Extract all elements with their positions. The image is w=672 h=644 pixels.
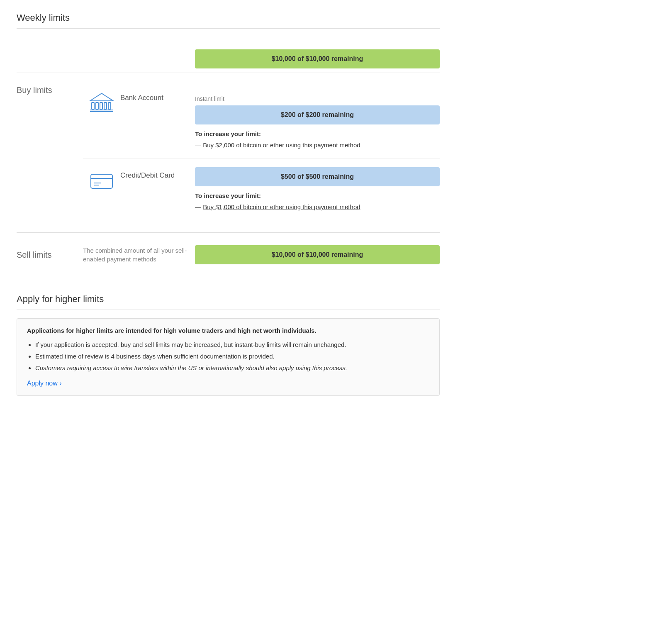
svg-rect-2	[100, 102, 102, 109]
svg-rect-1	[96, 102, 98, 109]
apply-section: Apply for higher limits Applications for…	[17, 294, 440, 396]
weekly-bar-row: $10,000 of $10,000 remaining	[17, 41, 440, 73]
sell-limits-description: The combined amount of all your sell-ena…	[83, 246, 195, 263]
credit-card-increase-title: To increase your limit:	[195, 192, 440, 199]
bank-account-name: Bank Account	[120, 90, 195, 102]
buy-limits-label: Buy limits	[17, 81, 83, 95]
weekly-limits-title: Weekly limits	[17, 12, 440, 23]
instant-limit-label: Instant limit	[195, 95, 440, 102]
divider-sell	[17, 277, 440, 277]
apply-section-title: Apply for higher limits	[17, 294, 440, 305]
sell-limit-bar: $10,000 of $10,000 remaining	[195, 245, 440, 264]
weekly-limits-section: Weekly limits $10,000 of $10,000 remaini…	[17, 12, 440, 396]
sell-bar-container: $10,000 of $10,000 remaining	[195, 245, 440, 264]
weekly-bar-right: $10,000 of $10,000 remaining	[195, 49, 440, 68]
credit-card-bar: $500 of $500 remaining	[195, 167, 440, 186]
svg-rect-9	[91, 174, 112, 188]
credit-card-increase-prefix: —	[195, 203, 203, 210]
payment-methods-list: Bank Account Instant limit $200 of $200 …	[83, 81, 440, 220]
bank-account-instant-bar: $200 of $200 remaining	[195, 105, 440, 124]
bank-account-increase-title: To increase your limit:	[195, 130, 440, 137]
sell-limits-section: Sell limits The combined amount of all y…	[17, 232, 440, 277]
credit-card-limits: $500 of $500 remaining To increase your …	[195, 167, 440, 212]
svg-marker-7	[90, 93, 113, 101]
credit-card-increase-anchor[interactable]: Buy $1,000 of bitcoin or ether using thi…	[203, 203, 360, 210]
sell-limits-label: Sell limits	[17, 250, 83, 260]
credit-card-icon	[83, 167, 120, 193]
divider-apply	[17, 310, 440, 310]
svg-rect-3	[104, 102, 107, 109]
info-box-bullet-2: Estimated time of review is 4 business d…	[35, 351, 429, 361]
svg-rect-0	[92, 102, 94, 109]
bank-account-limits: Instant limit $200 of $200 remaining To …	[195, 90, 440, 150]
info-box-bullet-3: Customers requiring access to wire trans…	[35, 363, 429, 373]
bank-account-increase-anchor[interactable]: Buy $2,000 of bitcoin or ether using thi…	[203, 141, 360, 149]
info-box-title: Applications for higher limits are inten…	[27, 327, 429, 334]
bank-account-row: Bank Account Instant limit $200 of $200 …	[83, 81, 440, 159]
credit-card-increase-link: — Buy $1,000 of bitcoin or ether using t…	[195, 202, 440, 212]
credit-card-row: Credit/Debit Card $500 of $500 remaining…	[83, 159, 440, 220]
svg-rect-4	[108, 102, 111, 109]
apply-now-button[interactable]: Apply now ›	[27, 380, 62, 387]
divider-weekly	[17, 28, 440, 29]
buy-limits-section: Buy limits	[17, 73, 440, 228]
credit-card-name: Credit/Debit Card	[120, 167, 195, 180]
info-box: Applications for higher limits are inten…	[17, 318, 440, 396]
bank-account-icon	[83, 90, 120, 115]
info-box-list: If your application is accepted, buy and…	[35, 340, 429, 373]
bank-account-increase-link: — Buy $2,000 of bitcoin or ether using t…	[195, 141, 440, 150]
bank-account-increase-prefix: —	[195, 141, 203, 149]
info-box-bullet-1: If your application is accepted, buy and…	[35, 340, 429, 350]
weekly-limit-bar: $10,000 of $10,000 remaining	[195, 49, 440, 68]
